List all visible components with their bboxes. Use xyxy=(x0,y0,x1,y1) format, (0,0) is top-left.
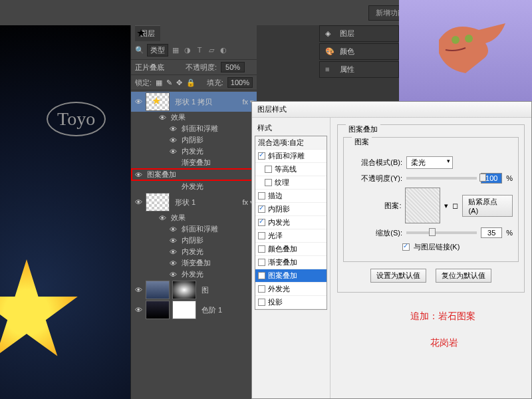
mask-thumbnail[interactable] xyxy=(172,281,196,299)
visibility-toggle[interactable]: 👁 xyxy=(134,286,143,294)
filter-icon-3[interactable]: T xyxy=(195,46,204,55)
visibility-toggle[interactable]: 👁 xyxy=(168,237,178,245)
lock-transparent-icon[interactable]: ▦ xyxy=(156,78,162,87)
scale-input[interactable]: 35 xyxy=(481,227,502,238)
style-gradient-overlay[interactable]: 渐变叠加 xyxy=(255,256,327,269)
fx-outer-glow[interactable]: 👁外发光 xyxy=(131,269,257,280)
blend-mode-select[interactable]: 正片叠底 xyxy=(135,63,182,72)
fx-inner-shadow[interactable]: 👁内阴影 xyxy=(131,134,257,146)
scale-slider[interactable] xyxy=(406,231,477,234)
layer-row-image[interactable]: 👁 图 xyxy=(131,280,257,300)
fx-effects-row[interactable]: 👁效果 xyxy=(131,212,257,223)
fx-bevel[interactable]: 👁斜面和浮雕 xyxy=(131,123,257,134)
new-pattern-icon[interactable]: ◻ xyxy=(452,201,458,210)
fx-bevel[interactable]: 👁斜面和浮雕 xyxy=(131,223,257,235)
layer-name[interactable]: 形状 1 xyxy=(172,198,239,207)
fx-inner-glow[interactable]: 👁内发光 xyxy=(131,246,257,257)
lock-move-icon[interactable]: ✥ xyxy=(176,78,182,87)
fx-pattern-overlay-highlighted[interactable]: 👁图案叠加 xyxy=(131,168,257,181)
opacity-value[interactable]: 50% xyxy=(221,62,245,72)
style-pattern-overlay[interactable]: 图案叠加 xyxy=(255,269,327,283)
snap-origin-button[interactable]: 贴紧原点(A) xyxy=(462,195,513,217)
checkbox[interactable] xyxy=(258,152,265,160)
visibility-toggle[interactable]: 👁 xyxy=(168,248,178,256)
checkbox[interactable] xyxy=(258,285,265,293)
style-satin[interactable]: 光泽 xyxy=(255,229,327,243)
pattern-swatch[interactable] xyxy=(405,188,440,223)
visibility-toggle[interactable]: 👁 xyxy=(168,259,178,267)
checkbox[interactable] xyxy=(258,259,265,266)
style-outer-glow[interactable]: 外发光 xyxy=(255,283,327,296)
filter-type-select[interactable]: 类型 xyxy=(147,44,168,57)
visibility-toggle[interactable]: 👁 xyxy=(134,306,143,314)
layer-row-shape1[interactable]: 👁 形状 1 fx ▾ xyxy=(131,192,257,212)
style-drop-shadow[interactable]: 投影 xyxy=(255,296,327,309)
layer-tree: 👁 形状 1 拷贝 fx ▾ 👁效果 👁斜面和浮雕 👁内阴影 👁内发光 渐变叠加… xyxy=(131,90,257,321)
visibility-toggle[interactable]: 👁 xyxy=(168,136,178,144)
checkbox[interactable] xyxy=(258,299,265,306)
style-color-overlay[interactable]: 颜色叠加 xyxy=(255,243,327,256)
styles-header: 样式 xyxy=(257,123,325,133)
filter-icon-4[interactable]: ▱ xyxy=(207,46,216,55)
visibility-toggle[interactable]: 👁 xyxy=(168,225,178,233)
lock-brush-icon[interactable]: ✎ xyxy=(166,78,172,87)
layer-name[interactable]: 形状 1 拷贝 xyxy=(172,97,239,107)
checkbox[interactable] xyxy=(258,272,265,279)
style-inner-shadow[interactable]: 内阴影 xyxy=(255,203,327,216)
lock-all-icon[interactable]: 🔒 xyxy=(186,78,196,87)
layer-row-shape1-copy[interactable]: 👁 形状 1 拷贝 fx ▾ xyxy=(131,92,257,112)
visibility-toggle[interactable]: 👁 xyxy=(134,198,143,206)
reset-default-button[interactable]: 复位为默认值 xyxy=(436,269,491,283)
mask-thumbnail[interactable] xyxy=(172,301,196,319)
fx-gradient-overlay[interactable]: 👁渐变叠加 xyxy=(131,257,257,269)
defaults-row: 设置为默认值 复位为默认值 xyxy=(343,269,519,283)
opacity-slider[interactable] xyxy=(406,177,477,180)
fx-inner-shadow[interactable]: 👁内阴影 xyxy=(131,235,257,246)
set-default-button[interactable]: 设置为默认值 xyxy=(370,269,426,283)
svg-point-0 xyxy=(452,36,460,44)
checkbox[interactable] xyxy=(258,245,265,253)
visibility-toggle[interactable]: 👁 xyxy=(134,98,143,106)
layer-thumbnail[interactable] xyxy=(146,193,170,211)
visibility-toggle[interactable]: 👁 xyxy=(158,114,167,122)
checkbox[interactable] xyxy=(258,232,265,239)
link-checkbox[interactable] xyxy=(402,243,410,251)
layer-thumbnail[interactable] xyxy=(146,281,170,299)
layer-row-levels[interactable]: 👁 色阶 1 xyxy=(131,300,257,320)
visibility-toggle[interactable]: 👁 xyxy=(168,271,178,279)
style-inner-glow[interactable]: 内发光 xyxy=(255,216,327,229)
visibility-toggle[interactable]: 👁 xyxy=(158,214,167,222)
layer-name[interactable]: 图 xyxy=(199,285,254,295)
checkbox[interactable] xyxy=(265,179,272,186)
pattern-dropdown-icon[interactable]: ▾ xyxy=(444,201,448,210)
fx-gradient-overlay[interactable]: 渐变叠加 xyxy=(131,157,257,168)
layer-thumbnail[interactable] xyxy=(146,92,170,111)
visibility-toggle[interactable]: 👁 xyxy=(168,125,178,133)
style-blend-options[interactable]: 混合选项:自定 xyxy=(255,136,327,150)
layer-thumbnail[interactable] xyxy=(146,301,170,319)
search-icon[interactable]: 🔍 xyxy=(135,46,144,55)
style-texture[interactable]: 纹理 xyxy=(255,176,327,190)
canvas-logo: Toyo xyxy=(47,102,106,136)
visibility-toggle[interactable]: 👁 xyxy=(168,148,178,156)
filter-icon-2[interactable]: ◑ xyxy=(183,46,192,55)
fx-inner-glow[interactable]: 👁内发光 xyxy=(131,146,257,157)
blend-mode-select[interactable]: 柔光 xyxy=(406,156,453,169)
style-bevel[interactable]: 斜面和浮雕 xyxy=(255,150,327,163)
checkbox[interactable] xyxy=(258,192,265,200)
fx-outer-glow[interactable]: 外发光 xyxy=(131,181,257,192)
dock-properties-button[interactable]: ≡属性 xyxy=(319,61,399,78)
dock-layers-button[interactable]: ◈图层 xyxy=(319,25,399,42)
style-contour[interactable]: 等高线 xyxy=(255,163,327,176)
style-stroke[interactable]: 描边 xyxy=(255,190,327,203)
fx-effects-row[interactable]: 👁效果 xyxy=(131,112,257,123)
filter-icon-5[interactable]: ◐ xyxy=(219,46,228,55)
filter-icon-1[interactable]: ▦ xyxy=(171,46,180,55)
dock-color-button[interactable]: 🎨颜色 xyxy=(319,43,399,60)
checkbox[interactable] xyxy=(265,166,272,173)
visibility-toggle[interactable]: 👁 xyxy=(134,171,143,179)
checkbox[interactable] xyxy=(258,219,265,226)
fill-value[interactable]: 100% xyxy=(227,77,253,88)
layer-name[interactable]: 色阶 1 xyxy=(199,305,254,315)
checkbox[interactable] xyxy=(258,205,265,213)
